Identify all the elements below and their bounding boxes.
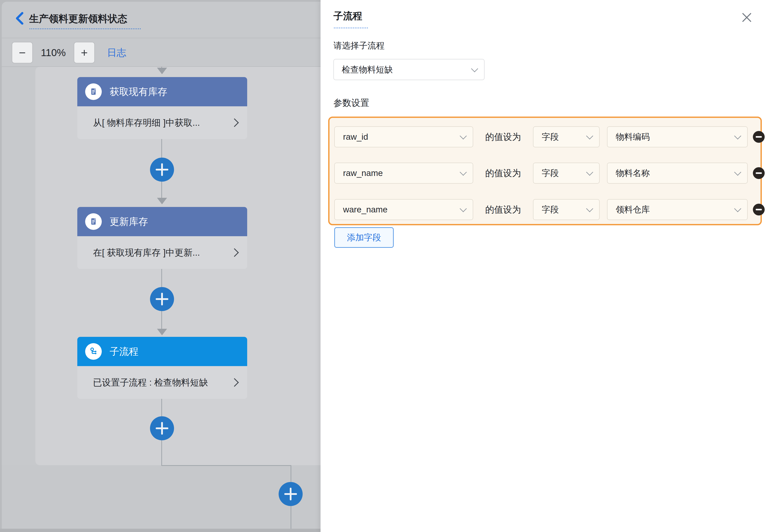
back-button[interactable] [14,11,26,25]
plus-zoom-icon: + [81,47,88,59]
value-type-value: 字段 [542,131,559,143]
subflow-config-panel: 子流程 请选择子流程 检查物料短缺 参数设置 raw_id 的值设为 [321,0,771,532]
value-type-select[interactable]: 字段 [533,199,600,220]
value-set-to-label: 的值设为 [473,131,533,143]
connector-line [161,465,291,466]
chevron-right-icon [230,248,239,257]
chevron-right-icon [230,378,239,387]
chevron-down-icon [586,169,593,176]
toolbar-divider [2,66,321,67]
param-name-value: ware_name [343,205,388,214]
panel-title: 子流程 [333,10,362,22]
add-node-button[interactable] [150,158,174,182]
param-name-value: raw_id [343,132,368,142]
param-name-select[interactable]: raw_id [334,126,473,147]
param-name-value: raw_name [343,168,383,178]
subflow-icon [85,343,102,360]
node-title: 获取现有库存 [110,85,167,98]
field-value-value: 物料名称 [616,167,650,179]
subflow-select-label: 请选择子流程 [333,40,385,52]
node-summary: 从[ 物料库存明细 ]中获取... [93,117,231,129]
flow-node-get-stock[interactable]: 获取现有库存 从[ 物料库存明细 ]中获取... [77,77,247,139]
zoom-out-button[interactable]: − [12,42,33,63]
node-title: 更新库存 [110,215,148,228]
param-row: ware_name 的值设为 字段 领料仓库 [334,199,748,220]
chevron-down-icon [586,133,593,140]
node-summary-row[interactable]: 在[ 获取现有库存 ]中更新... [77,236,247,269]
chevron-down-icon [471,65,478,72]
subflow-select-value: 检查物料短缺 [342,64,393,76]
value-set-to-label: 的值设为 [473,204,533,216]
field-value-select[interactable]: 领料仓库 [607,199,748,220]
arrow-down-icon [157,329,167,335]
back-icon [14,22,26,26]
add-node-button[interactable] [150,287,174,311]
value-type-select[interactable]: 字段 [533,163,600,184]
field-value-value: 领料仓库 [616,204,650,215]
chevron-down-icon [734,205,741,212]
plus-icon [156,293,168,305]
chevron-down-icon [460,169,467,176]
flow-node-subflow[interactable]: 子流程 已设置子流程 : 检查物料短缺 [77,337,247,399]
chevron-down-icon [460,205,467,212]
log-link[interactable]: 日志 [107,42,126,63]
node-header: 获取现有库存 [77,77,247,106]
chevron-down-icon [586,205,593,212]
field-value-value: 物料编码 [616,131,650,143]
document-icon [85,213,102,230]
minus-icon [756,136,762,138]
arrow-down-icon [157,198,167,204]
plus-icon [156,422,168,435]
chevron-down-icon [460,133,467,140]
flow-node-update-stock[interactable]: 更新库存 在[ 获取现有库存 ]中更新... [77,207,247,269]
canvas-lower-area [2,465,321,529]
flow-canvas: 生产领料更新领料状态 − 110% + 日志 [0,0,321,532]
minus-zoom-icon: − [19,47,26,59]
param-name-select[interactable]: raw_name [334,163,473,184]
chevron-down-icon [734,169,741,176]
node-summary: 已设置子流程 : 检查物料短缺 [93,377,231,389]
params-heading: 参数设置 [333,97,369,109]
node-title: 子流程 [110,345,138,358]
value-type-value: 字段 [542,204,559,215]
remove-param-button[interactable] [753,131,765,143]
remove-param-button[interactable] [753,167,765,179]
field-value-select[interactable]: 物料名称 [607,163,748,184]
node-summary-row[interactable]: 已设置子流程 : 检查物料短缺 [77,366,247,399]
zoom-in-button[interactable]: + [74,42,95,63]
node-summary: 在[ 获取现有库存 ]中更新... [93,247,231,259]
chevron-down-icon [734,133,741,140]
minus-icon [756,172,762,174]
param-name-select[interactable]: ware_name [334,199,473,220]
node-header: 更新库存 [77,207,247,236]
value-type-select[interactable]: 字段 [533,126,600,147]
node-summary-row[interactable]: 从[ 物料库存明细 ]中获取... [77,106,247,139]
value-type-value: 字段 [542,167,559,179]
arrow-down-icon [157,68,167,74]
value-set-to-label: 的值设为 [473,167,533,179]
param-row: raw_id 的值设为 字段 物料编码 [334,126,748,147]
plus-icon [284,488,297,500]
flow-title-underline [29,24,141,29]
add-node-button[interactable] [150,416,174,440]
document-icon [85,83,102,100]
param-row: raw_name 的值设为 字段 物料名称 [334,163,748,184]
flow-title: 生产领料更新领料状态 [29,12,127,25]
close-icon [741,12,752,24]
subflow-select[interactable]: 检查物料短缺 [333,59,485,80]
field-value-select[interactable]: 物料编码 [607,126,748,147]
minus-icon [756,209,762,210]
node-header: 子流程 [77,337,247,366]
add-field-button[interactable]: 添加字段 [334,227,394,248]
panel-title-underline [334,24,368,28]
automation-flow-editor: 生产领料更新领料状态 − 110% + 日志 [0,0,771,532]
chevron-right-icon [230,118,239,127]
params-container: raw_id 的值设为 字段 物料编码 raw_name 的值设 [328,117,762,225]
plus-icon [156,163,168,176]
canvas-bottom-edge [0,529,321,532]
zoom-level-label: 110% [35,42,72,63]
header-divider [2,38,321,38]
close-panel-button[interactable] [740,11,753,24]
add-node-button[interactable] [279,482,303,506]
remove-param-button[interactable] [753,204,765,215]
